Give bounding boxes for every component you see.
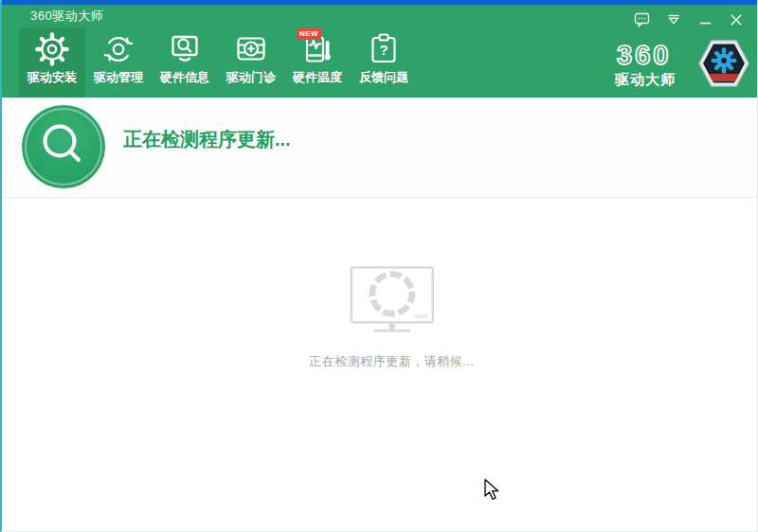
mouse-cursor-icon: [483, 478, 502, 501]
nav-item-driver-install[interactable]: 驱动安装: [19, 27, 85, 98]
monitor-search-icon: [166, 30, 204, 68]
nav-label: 硬件信息: [160, 69, 209, 86]
nav-item-hardware-info[interactable]: 硬件信息: [152, 27, 218, 98]
svg-text:360: 360: [617, 42, 671, 68]
nav-label: 驱动门诊: [226, 69, 276, 86]
main-content: 正在检测程序更新，请稍候...: [2, 198, 757, 531]
nav-item-feedback[interactable]: ? 反馈问题: [351, 27, 417, 98]
checking-update-block: 正在检测程序更新，请稍候...: [309, 265, 474, 370]
app-window: 360驱动大师: [0, 0, 758, 532]
message-icon[interactable]: [633, 12, 652, 27]
nav-item-driver-clinic[interactable]: 驱动门诊: [218, 27, 284, 98]
new-badge: NEW: [297, 28, 321, 40]
wait-message: 正在检测程序更新，请稍候...: [309, 353, 474, 370]
minimize-icon[interactable]: [695, 12, 714, 27]
logo-product-name: 驱动大师: [615, 72, 693, 86]
gear-icon: [33, 30, 71, 68]
status-message: 正在检测程序更新...: [123, 127, 291, 152]
titlebar: 360驱动大师: [2, 5, 757, 27]
hex-gear-badge-icon: [696, 36, 751, 91]
first-aid-icon: [232, 30, 270, 68]
nav-label: 驱动管理: [94, 69, 143, 86]
logo-text: 360 驱动大师: [615, 42, 693, 86]
close-icon[interactable]: [727, 12, 746, 27]
brand-logo: 360 驱动大师: [615, 36, 751, 91]
status-strip: 正在检测程序更新...: [2, 98, 757, 198]
dropdown-icon[interactable]: [664, 12, 683, 27]
window-controls: [633, 12, 746, 27]
svg-text:?: ?: [379, 42, 388, 58]
nav-label: 驱动安装: [27, 69, 77, 86]
question-clipboard-icon: ?: [365, 30, 403, 68]
search-icon: [22, 105, 105, 188]
monitor-loading-icon: [349, 265, 436, 333]
nav-label: 硬件温度: [293, 69, 342, 86]
refresh-icon: [99, 30, 137, 68]
logo-brand-360: 360: [615, 42, 693, 68]
window-title: 360驱动大师: [30, 8, 103, 25]
nav-label: 反馈问题: [359, 69, 408, 86]
header: 360驱动大师: [2, 5, 757, 98]
nav-item-driver-manage[interactable]: 驱动管理: [85, 27, 152, 98]
search-spinner-badge: [22, 105, 105, 188]
nav-item-hardware-temperature[interactable]: NEW 硬件温度: [284, 27, 351, 98]
